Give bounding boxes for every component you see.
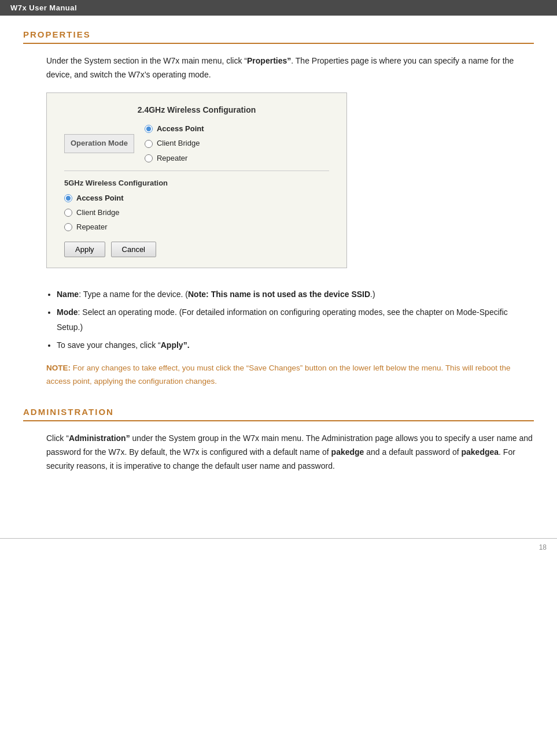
- radio-24ghz-cb[interactable]: Client Bridge: [145, 137, 204, 150]
- radio-5ghz-rep[interactable]: Repeater: [64, 221, 329, 234]
- note-label: NOTE:: [46, 364, 71, 372]
- radio-5ghz-cb-input[interactable]: [64, 209, 72, 217]
- radio-24ghz-rep-label[interactable]: Repeater: [157, 152, 187, 165]
- radio-24ghz-ap[interactable]: Access Point: [145, 123, 204, 135]
- properties-intro: Under the System section in the W7x main…: [46, 54, 534, 82]
- radio-24ghz-rep[interactable]: Repeater: [145, 152, 204, 165]
- administration-body: Click “Administration” under the System …: [46, 432, 534, 473]
- bullet-list: Name: Type a name for the device. (Note:…: [57, 287, 534, 353]
- bullet-mode-label: Mode: [57, 307, 78, 317]
- admin-bold: Administration”: [69, 433, 130, 443]
- radio-5ghz-cb-label[interactable]: Client Bridge: [76, 206, 119, 219]
- radio-options-24ghz: Access Point Client Bridge Repeater: [145, 123, 204, 164]
- page-footer: 18: [0, 538, 557, 556]
- apply-button[interactable]: Apply: [64, 242, 105, 257]
- properties-title: PROPERTIES: [23, 29, 534, 44]
- bullet-apply-label: Apply”.: [161, 340, 190, 350]
- radio-5ghz-cb[interactable]: Client Bridge: [64, 206, 329, 219]
- header-title: W7x User Manual: [10, 3, 77, 12]
- operation-mode-row: Operation Mode Access Point Client Bridg…: [64, 123, 329, 164]
- btn-row: Apply Cancel: [64, 242, 329, 257]
- radio-5ghz-ap-label[interactable]: Access Point: [76, 192, 124, 205]
- radio-options-5ghz: Access Point Client Bridge Repeater: [64, 192, 329, 234]
- administration-title: ADMINISTRATION: [23, 407, 534, 421]
- bullet-name: Name: Type a name for the device. (Note:…: [57, 287, 534, 302]
- cancel-button[interactable]: Cancel: [111, 242, 156, 257]
- radio-5ghz-ap-input[interactable]: [64, 194, 72, 202]
- bullet-name-note: Note: This name is not used as the devic…: [188, 290, 370, 299]
- properties-section: PROPERTIES Under the System section in t…: [23, 29, 534, 388]
- note-text: For any changes to take effect, you must…: [46, 364, 510, 386]
- radio-24ghz-cb-input[interactable]: [145, 140, 153, 148]
- op-mode-label: Operation Mode: [64, 134, 134, 153]
- bullet-apply: To save your changes, click “Apply”.: [57, 338, 534, 353]
- pakedge-bold: pakedge: [331, 447, 364, 457]
- administration-section: ADMINISTRATION Click “Administration” un…: [23, 407, 534, 473]
- radio-5ghz-rep-input[interactable]: [64, 223, 72, 231]
- radio-5ghz-rep-label[interactable]: Repeater: [76, 221, 107, 234]
- note-box: NOTE: For any changes to take effect, yo…: [46, 362, 534, 388]
- bullet-mode: Mode: Select an operating mode. (For det…: [57, 305, 534, 335]
- config-box: 2.4GHz Wireless Configuration Operation …: [46, 92, 347, 268]
- radio-24ghz-ap-label[interactable]: Access Point: [157, 123, 204, 135]
- pakedgea-bold: pakedgea: [462, 447, 499, 457]
- radio-5ghz-ap[interactable]: Access Point: [64, 192, 329, 205]
- radio-24ghz-rep-input[interactable]: [145, 154, 153, 162]
- radio-24ghz-ap-input[interactable]: [145, 125, 153, 133]
- page-header: W7x User Manual: [0, 0, 557, 16]
- config-title-24ghz: 2.4GHz Wireless Configuration: [64, 103, 329, 117]
- bullet-name-label: Name: [57, 290, 79, 299]
- config-divider: [64, 171, 329, 171]
- radio-24ghz-cb-label[interactable]: Client Bridge: [157, 137, 200, 150]
- config-title-5ghz: 5GHz Wireless Configuration: [64, 177, 329, 190]
- page-number: 18: [539, 543, 547, 551]
